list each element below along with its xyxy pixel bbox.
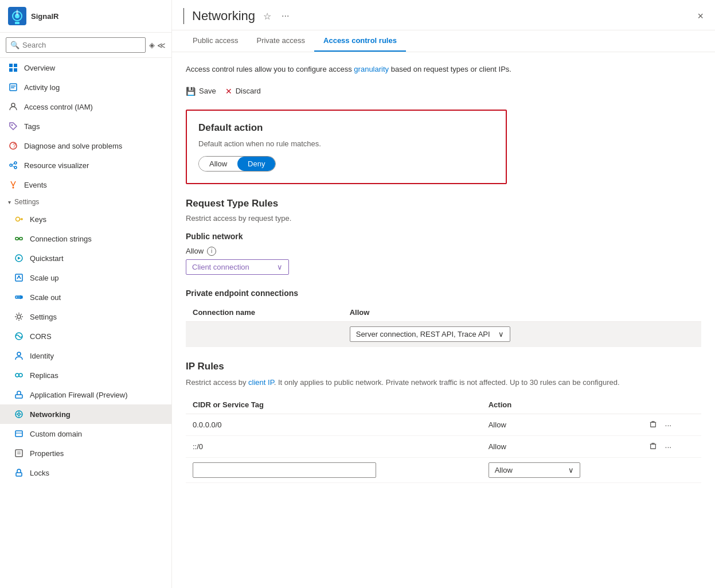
sidebar-item-scale-up-label: Scale up: [30, 274, 163, 282]
discard-label: Discard: [236, 87, 261, 95]
request-type-rules-desc: Restrict access by request type.: [186, 214, 701, 223]
signalr-logo: [8, 7, 26, 25]
pin-icon[interactable]: ◈: [149, 41, 155, 49]
visualizer-icon: [8, 160, 18, 170]
delete-row-1-button[interactable]: [647, 419, 659, 431]
client-connection-dropdown[interactable]: Client connection ∨: [186, 259, 289, 275]
sidebar-item-tags[interactable]: Tags: [0, 116, 171, 136]
quickstart-icon: [14, 253, 24, 263]
new-action-dropdown[interactable]: Allow ∨: [489, 462, 580, 478]
sidebar-item-identity[interactable]: Identity: [0, 346, 171, 365]
col-cidr: CIDR or Service Tag: [186, 396, 482, 414]
delete-row-2-button[interactable]: [647, 441, 659, 453]
discard-button[interactable]: ✕ Discard: [225, 84, 261, 98]
new-cidr-input[interactable]: [193, 462, 376, 478]
collapse-sidebar-btn[interactable]: ≪: [157, 41, 166, 50]
sidebar-item-scale-out[interactable]: Scale out: [0, 287, 171, 307]
replicas-icon: [14, 370, 24, 380]
public-network-subtitle: Public network: [186, 232, 701, 241]
default-action-title: Default action: [198, 122, 494, 134]
sidebar-search-actions: ◈ ≪: [149, 41, 166, 50]
sidebar-item-scale-up[interactable]: Scale up: [0, 268, 171, 287]
toolbar: 💾 Save ✕ Discard: [186, 84, 701, 98]
sidebar-item-replicas-label: Replicas: [30, 371, 163, 380]
svg-point-11: [11, 103, 15, 107]
allow-info-icon[interactable]: i: [207, 247, 216, 256]
dropdown-chevron-icon: ∨: [277, 263, 283, 271]
sidebar-item-properties[interactable]: Properties: [0, 443, 171, 463]
sidebar-item-keys[interactable]: Keys: [0, 209, 171, 229]
settings-section[interactable]: ▾ Settings: [0, 194, 171, 209]
sidebar-item-networking[interactable]: Networking: [0, 404, 171, 424]
description-suffix: based on request types or client IPs.: [389, 65, 511, 73]
sidebar-header: SignalR: [0, 0, 171, 33]
action-cell-2: Allow: [482, 436, 640, 458]
svg-line-18: [12, 163, 14, 165]
tab-public-access[interactable]: Public access: [183, 30, 247, 52]
client-connection-value: Client connection: [192, 263, 249, 271]
chevron-down-icon: ▾: [8, 199, 11, 205]
sidebar-item-custom-domain[interactable]: Custom domain: [0, 424, 171, 443]
sidebar-item-activity-log[interactable]: Activity log: [0, 77, 171, 97]
sidebar-item-connection-strings[interactable]: Connection strings: [0, 229, 171, 248]
sidebar-item-quickstart[interactable]: Quickstart: [0, 248, 171, 268]
events-icon: [8, 180, 18, 190]
ip-rules-desc-middle: . It only applies to public network. Pri…: [274, 378, 620, 387]
sidebar-item-replicas[interactable]: Replicas: [0, 365, 171, 385]
sidebar-item-firewall[interactable]: Application Firewall (Preview): [0, 385, 171, 404]
sidebar-item-cors[interactable]: CORS: [0, 326, 171, 346]
new-ip-rule-row: Allow ∨: [186, 458, 701, 483]
tab-access-control-rules[interactable]: Access control rules: [314, 30, 406, 52]
keys-icon: [14, 214, 24, 224]
custom-domain-icon: [14, 429, 24, 439]
allow-toggle-option[interactable]: Allow: [199, 157, 237, 171]
more-options-icon[interactable]: ···: [279, 10, 291, 22]
more-row-2-button[interactable]: ···: [663, 441, 674, 453]
search-icon: 🔍: [10, 41, 19, 49]
settings-section-label: Settings: [14, 198, 39, 206]
more-row-1-button[interactable]: ···: [663, 419, 674, 431]
granularity-link[interactable]: granularity: [354, 65, 389, 73]
new-row-empty-actions: [640, 458, 701, 483]
sidebar-item-diagnose[interactable]: ? Diagnose and solve problems: [0, 136, 171, 155]
sidebar-item-firewall-label: Application Firewall (Preview): [30, 391, 163, 399]
sidebar-item-events-label: Events: [24, 181, 163, 189]
ip-rules-table: CIDR or Service Tag Action 0.0.0.0/0 All…: [186, 396, 701, 483]
sidebar-item-quickstart-label: Quickstart: [30, 254, 163, 263]
svg-rect-8: [10, 84, 17, 91]
search-input[interactable]: [6, 37, 146, 53]
sidebar-item-overview[interactable]: Overview: [0, 58, 171, 77]
sidebar-item-resource-visualizer[interactable]: Resource visualizer: [0, 155, 171, 175]
col-allow: Allow: [343, 303, 701, 322]
settings-icon: [14, 311, 24, 322]
allow-label: Allow i: [186, 247, 701, 256]
server-connection-dropdown[interactable]: Server connection, REST API, Trace API ∨: [350, 326, 510, 342]
favorite-icon[interactable]: ☆: [261, 10, 274, 23]
sidebar-item-diagnose-label: Diagnose and solve problems: [24, 142, 163, 150]
tab-private-access[interactable]: Private access: [247, 30, 314, 52]
sidebar-item-activity-log-label: Activity log: [24, 83, 163, 92]
close-button[interactable]: ×: [697, 10, 704, 22]
content-area: Access control rules allow you to config…: [172, 52, 715, 588]
svg-rect-4: [9, 64, 13, 67]
request-type-rules-title: Request Type Rules: [186, 198, 701, 209]
sidebar-item-iam[interactable]: Access control (IAM): [0, 97, 171, 116]
deny-toggle-option[interactable]: Deny: [237, 157, 275, 171]
overview-icon: [8, 63, 18, 73]
sidebar-item-iam-label: Access control (IAM): [24, 103, 163, 111]
activity-log-icon: [8, 82, 18, 92]
svg-rect-40: [15, 431, 22, 437]
save-button[interactable]: 💾 Save: [186, 84, 216, 98]
allow-deny-toggle: Allow Deny: [198, 156, 276, 172]
svg-point-31: [15, 373, 19, 377]
sidebar-item-custom-domain-label: Custom domain: [30, 430, 163, 438]
sidebar-item-locks[interactable]: Locks: [0, 463, 171, 482]
sidebar-item-events[interactable]: Events: [0, 175, 171, 194]
svg-point-35: [18, 413, 20, 415]
row-actions-1: ···: [640, 414, 701, 436]
description-text: Access control rules allow you to config…: [186, 65, 354, 73]
svg-rect-22: [15, 237, 18, 240]
sidebar-item-settings[interactable]: Settings: [0, 307, 171, 326]
client-ip-link[interactable]: client IP: [248, 378, 274, 387]
firewall-icon: [14, 390, 24, 400]
